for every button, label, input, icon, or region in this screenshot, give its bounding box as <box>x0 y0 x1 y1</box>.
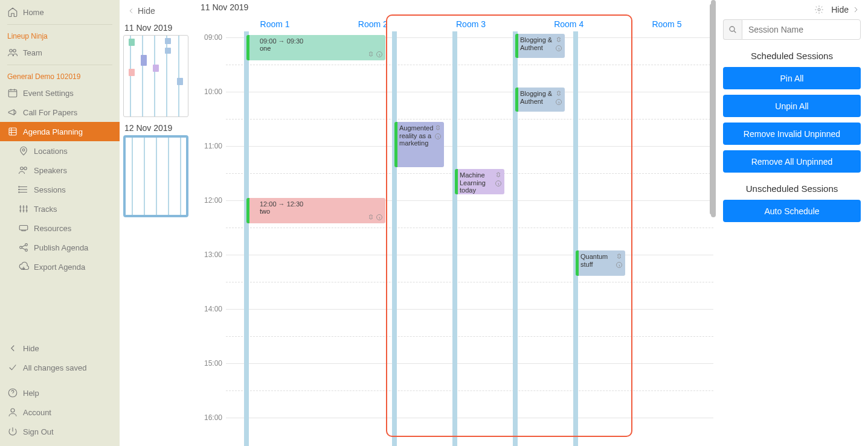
unpin-all-button[interactable]: Unpin All <box>723 95 861 117</box>
nav-export-agenda[interactable]: Export Agenda <box>0 257 120 276</box>
right-panel-hide[interactable]: Hide <box>831 5 861 14</box>
calendar-body: 09:00 10:00 11:00 12:00 13:00 14:00 15:0… <box>196 31 716 446</box>
nav-sessions[interactable]: Sessions <box>0 180 120 199</box>
nav-label: Speakers <box>34 166 67 175</box>
check-icon <box>7 362 18 373</box>
nav-label: Locations <box>34 147 68 156</box>
remove-invalid-button[interactable]: Remove Invalid Unpinned <box>723 123 861 145</box>
gear-icon[interactable] <box>814 5 824 14</box>
search-icon <box>728 25 738 34</box>
org-header: Lineup Ninja <box>0 27 120 43</box>
divider <box>7 24 112 25</box>
svg-point-15 <box>11 409 14 412</box>
nav-label: Help <box>23 389 39 398</box>
svg-point-23 <box>818 8 820 11</box>
minimap-day-1[interactable] <box>123 35 188 117</box>
power-icon <box>7 426 18 437</box>
nav-account[interactable]: Account <box>0 403 120 422</box>
nav-help[interactable]: Help <box>0 383 120 403</box>
nav-sign-out[interactable]: Sign Out <box>0 422 120 441</box>
info-icon[interactable] <box>495 180 502 187</box>
nav-speakers[interactable]: Speakers <box>0 161 120 180</box>
nav-label: Publish Agenda <box>34 243 88 252</box>
speakers-icon <box>18 165 29 176</box>
nav-label: Agenda Planning <box>23 127 83 136</box>
time-label: 10:00 <box>204 88 222 96</box>
pin-icon[interactable] <box>616 253 623 260</box>
pin-icon[interactable] <box>367 214 375 221</box>
info-icon[interactable] <box>376 51 383 58</box>
nav-call-for-papers[interactable]: Call For Papers <box>0 103 120 122</box>
event-blog2[interactable]: Blogging & Authent <box>515 88 565 112</box>
nav-label: Sign Out <box>23 427 54 436</box>
info-icon[interactable] <box>434 133 442 140</box>
info-icon[interactable] <box>376 214 383 221</box>
info-icon[interactable] <box>555 45 562 52</box>
pin-icon[interactable] <box>434 124 442 132</box>
svg-rect-10 <box>19 226 28 231</box>
help-icon <box>7 387 18 398</box>
nav-locations[interactable]: Locations <box>0 141 120 161</box>
nav-label: Account <box>23 408 51 417</box>
nav-agenda-planning[interactable]: Agenda Planning <box>0 122 120 141</box>
event-time: 12:00 → 12:30 <box>251 200 376 208</box>
time-label: 14:00 <box>204 305 222 313</box>
tracks-icon <box>18 203 29 214</box>
calendar-grid[interactable]: 09:00 → 09:30 one 12:00 → 12:30 two Blog <box>226 31 713 446</box>
nav-publish-agenda[interactable]: Publish Agenda <box>0 238 120 257</box>
nav-label: Team <box>23 48 42 57</box>
nav-resources[interactable]: Resources <box>0 218 120 238</box>
event-title: Quantum stuff <box>580 253 616 268</box>
svg-point-7 <box>19 186 20 188</box>
search-button[interactable] <box>723 19 742 40</box>
hide-label: Hide <box>831 5 849 14</box>
resources-icon <box>18 223 29 234</box>
svg-point-11 <box>20 246 22 249</box>
event-ml[interactable]: Machine Learning today <box>455 169 504 194</box>
event-one[interactable]: 09:00 → 09:30 one <box>246 35 385 60</box>
export-icon <box>18 261 29 272</box>
event-header: General Demo 102019 <box>0 68 120 83</box>
search-input[interactable] <box>742 19 861 40</box>
nav-label: Resources <box>34 224 71 233</box>
event-title: Machine Learning today <box>460 171 495 194</box>
sidebar-hide[interactable]: Hide <box>0 339 120 358</box>
unscheduled-heading: Unscheduled Sessions <box>723 183 861 194</box>
event-time: 09:00 → 09:30 <box>251 37 376 45</box>
calendar: 11 Nov 2019 Room 1 Room 2 Room 3 Room 4 … <box>196 0 716 446</box>
event-title: two <box>251 208 376 215</box>
svg-point-0 <box>10 49 13 53</box>
minimap-hide[interactable]: Hide <box>123 4 195 22</box>
chevron-right-icon <box>851 5 861 14</box>
event-blog1[interactable]: Blogging & Authent <box>515 34 565 58</box>
pin-icon[interactable] <box>495 171 502 179</box>
time-label: 16:00 <box>204 413 222 422</box>
event-ar[interactable]: Augmented reality as a marketing <box>394 122 444 167</box>
nav-event-settings[interactable]: Event Settings <box>0 83 120 103</box>
nav-team[interactable]: Team <box>0 43 120 62</box>
svg-point-9 <box>19 192 20 193</box>
pin-all-button[interactable]: Pin All <box>723 67 861 89</box>
scrollbar[interactable] <box>710 4 715 215</box>
search-row <box>723 19 861 40</box>
scheduled-heading: Scheduled Sessions <box>723 51 861 61</box>
svg-point-12 <box>25 244 28 246</box>
remove-all-button[interactable]: Remove All Unpinned <box>723 150 861 173</box>
minimap-day-2[interactable] <box>123 135 188 217</box>
event-quantum[interactable]: Quantum stuff <box>576 250 625 276</box>
time-label: 15:00 <box>204 359 222 368</box>
event-two[interactable]: 12:00 → 12:30 two <box>246 198 385 223</box>
nav-home[interactable]: Home <box>0 2 120 22</box>
auto-schedule-button[interactable]: Auto Schedule <box>723 200 861 222</box>
pin-icon[interactable] <box>555 90 562 97</box>
pin-icon <box>18 145 29 156</box>
info-icon[interactable] <box>555 98 562 106</box>
nav-label: Export Agenda <box>34 263 85 272</box>
nav-tracks[interactable]: Tracks <box>0 199 120 218</box>
pin-icon[interactable] <box>367 51 375 58</box>
svg-point-6 <box>24 167 27 170</box>
pin-icon[interactable] <box>555 36 562 43</box>
info-icon[interactable] <box>616 261 623 269</box>
nav-label: Hide <box>23 344 39 353</box>
time-label: 12:00 <box>204 196 222 205</box>
